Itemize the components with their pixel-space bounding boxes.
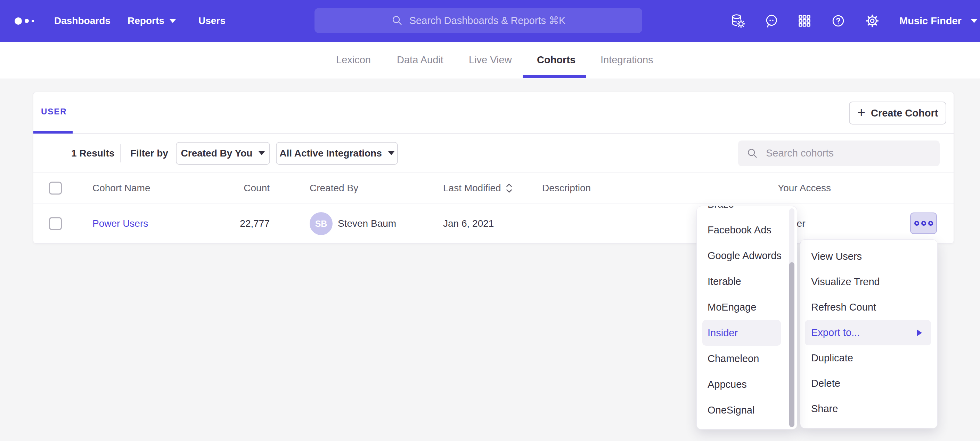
filter-toolbar: 1 Results Filter by Created By You All A… xyxy=(33,134,954,173)
created-by-filter-dropdown[interactable]: Created By You xyxy=(176,142,270,165)
column-header-cohort-name: Cohort Name xyxy=(92,182,151,194)
cohort-search-input[interactable] xyxy=(765,147,931,159)
global-search-input[interactable]: Search Dashboards & Reports ⌘K xyxy=(315,8,642,33)
nav-item-label: Dashboards xyxy=(54,15,110,26)
tab-label: Data Audit xyxy=(397,54,444,66)
nav-item-label: Reports xyxy=(127,15,164,26)
nav-item-reports[interactable]: Reports xyxy=(127,0,176,42)
submenu-item-moengage[interactable]: MoEngage xyxy=(697,294,797,320)
project-switcher[interactable]: Music Finder xyxy=(899,0,978,42)
ellipsis-icon xyxy=(914,221,919,226)
dropdown-label: Created By You xyxy=(181,148,253,159)
column-header-last-modified[interactable]: Last Modified xyxy=(443,182,513,194)
dropdown-label: All Active Integrations xyxy=(279,148,382,159)
menu-item-refresh-count[interactable]: Refresh Count xyxy=(800,295,937,320)
results-count: 1 Results xyxy=(71,148,115,159)
menu-item-duplicate[interactable]: Duplicate xyxy=(800,345,937,371)
cohorts-card-header: USER + Create Cohort xyxy=(33,92,954,134)
search-icon xyxy=(391,14,403,26)
ellipsis-icon xyxy=(921,221,926,226)
tab-data-audit[interactable]: Data Audit xyxy=(397,42,444,78)
tab-live-view[interactable]: Live View xyxy=(469,42,512,78)
submenu-item-appcues[interactable]: Appcues xyxy=(697,371,797,397)
column-header-created-by: Created By xyxy=(310,182,358,194)
apps-button[interactable] xyxy=(797,13,812,29)
filter-by-label: Filter by xyxy=(130,148,168,159)
menu-item-delete[interactable]: Delete xyxy=(800,371,937,396)
menu-item-view-users[interactable]: View Users xyxy=(800,244,937,269)
row-actions-button[interactable] xyxy=(910,213,937,234)
data-settings-button[interactable] xyxy=(730,13,746,29)
chevron-down-icon xyxy=(388,151,395,155)
chevron-down-icon xyxy=(169,19,176,23)
database-gear-icon xyxy=(730,13,746,29)
submenu-item-braze[interactable]: Braze xyxy=(697,206,797,217)
create-cohort-button[interactable]: + Create Cohort xyxy=(849,102,946,125)
project-name: Music Finder xyxy=(899,15,962,27)
gear-icon xyxy=(865,13,880,29)
cohort-count: 22,777 xyxy=(221,218,270,229)
nav-item-label: Users xyxy=(199,15,226,26)
tab-label: Live View xyxy=(469,54,512,66)
submenu-item-onesignal[interactable]: OneSignal xyxy=(697,397,797,423)
export-to-submenu: Braze Facebook Ads Google Adwords Iterab… xyxy=(697,206,797,430)
create-cohort-label: Create Cohort xyxy=(871,107,938,119)
feedback-button[interactable] xyxy=(764,13,779,29)
cohorts-screen: Dashboards Reports Users Search Dashboar… xyxy=(0,0,980,441)
plus-icon: + xyxy=(858,105,865,119)
nav-item-dashboards[interactable]: Dashboards xyxy=(54,0,110,42)
ellipsis-icon xyxy=(928,221,933,226)
submenu-item-iterable[interactable]: Iterable xyxy=(697,268,797,294)
mixpanel-logo-icon xyxy=(14,0,34,42)
submenu-item-chameleon[interactable]: Chameleon xyxy=(697,346,797,371)
global-search-placeholder: Search Dashboards & Reports ⌘K xyxy=(409,14,566,26)
submenu-item-google-adwords[interactable]: Google Adwords xyxy=(697,243,797,268)
submenu-item-insider[interactable]: Insider xyxy=(702,320,781,346)
row-actions-menu: View Users Visualize Trend Refresh Count… xyxy=(800,239,938,428)
created-by-name: Steven Baum xyxy=(338,218,396,229)
active-section-underline xyxy=(33,131,73,134)
scrollbar-thumb[interactable] xyxy=(789,262,794,427)
divider xyxy=(120,144,121,162)
integrations-filter-dropdown[interactable]: All Active Integrations xyxy=(276,142,398,165)
tab-label: Integrations xyxy=(600,54,653,66)
menu-item-label: Export to... xyxy=(811,327,860,339)
tab-cohorts[interactable]: Cohorts xyxy=(537,42,576,78)
chevron-down-icon xyxy=(970,19,978,23)
submenu-arrow-icon xyxy=(917,329,922,336)
active-tab-underline xyxy=(523,75,586,78)
top-navigation-bar: Dashboards Reports Users Search Dashboar… xyxy=(0,0,980,42)
table-row: Power Users 22,777 SB Steven Baum Jan 6,… xyxy=(33,203,954,244)
search-icon xyxy=(746,147,758,159)
column-header-label: Last Modified xyxy=(443,182,501,194)
feedback-chat-icon xyxy=(764,13,779,29)
apps-grid-icon xyxy=(797,13,812,29)
table-header-row: Cohort Name Count Created By Last Modifi… xyxy=(33,173,954,203)
tab-label: Lexicon xyxy=(336,54,371,66)
tab-label: Cohorts xyxy=(537,54,576,66)
cohort-name-link[interactable]: Power Users xyxy=(92,218,148,229)
help-button[interactable] xyxy=(830,13,846,29)
help-icon xyxy=(830,13,846,29)
cohorts-card: USER + Create Cohort 1 Results Filter by… xyxy=(33,92,954,243)
menu-item-export-to[interactable]: Export to... xyxy=(805,320,931,345)
cohort-search-field[interactable] xyxy=(738,141,940,166)
avatar: SB xyxy=(310,212,332,235)
column-header-your-access: Your Access xyxy=(778,182,831,194)
tab-integrations[interactable]: Integrations xyxy=(600,42,653,78)
tab-lexicon[interactable]: Lexicon xyxy=(336,42,371,78)
menu-item-share[interactable]: Share xyxy=(800,396,937,422)
row-checkbox[interactable] xyxy=(49,217,62,230)
data-management-tabs: Lexicon Data Audit Live View Cohorts Int… xyxy=(0,42,980,79)
submenu-item-facebook-ads[interactable]: Facebook Ads xyxy=(697,217,797,243)
column-header-description: Description xyxy=(542,182,591,194)
select-all-checkbox[interactable] xyxy=(49,182,62,195)
cohort-type-tab-user[interactable]: USER xyxy=(41,107,67,117)
menu-item-visualize-trend[interactable]: Visualize Trend xyxy=(800,269,937,295)
sort-icon xyxy=(505,182,513,194)
chevron-down-icon xyxy=(259,151,265,155)
column-header-count: Count xyxy=(221,182,270,194)
settings-button[interactable] xyxy=(865,13,880,29)
nav-item-users[interactable]: Users xyxy=(199,0,226,42)
integration-list: Braze Facebook Ads Google Adwords Iterab… xyxy=(697,206,797,423)
